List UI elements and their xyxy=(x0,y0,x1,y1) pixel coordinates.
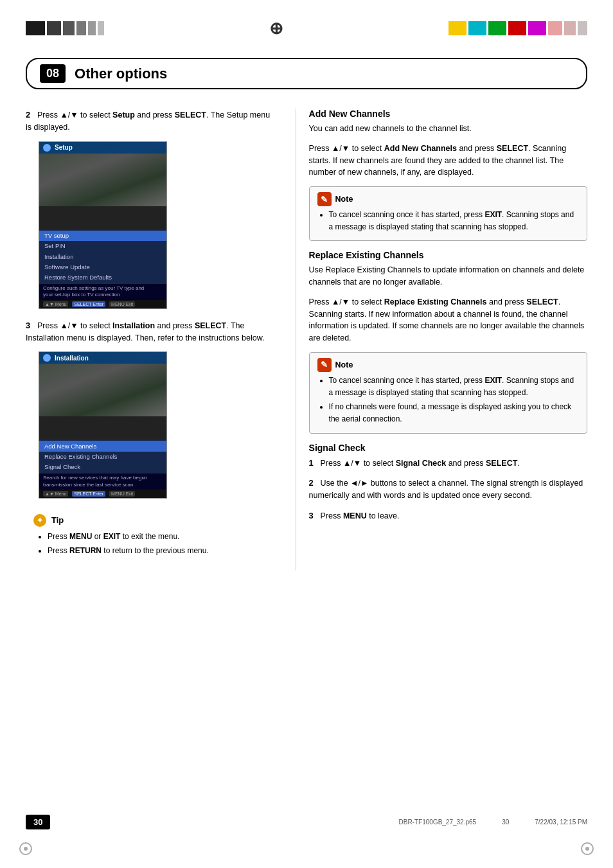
note-list-1: To cancel scanning once it has started, … xyxy=(317,209,579,233)
screenshot-install-status: Search for new services that may have be… xyxy=(39,474,166,490)
chapter-number: 08 xyxy=(40,64,66,83)
replace-existing-intro: Use Replace Existing Channels to update … xyxy=(309,264,587,288)
add-new-channels-heading: Add New Channels xyxy=(309,109,587,119)
screenshot-setup-nav: ▲▼ Menu SELECT Enter MENU Exit xyxy=(39,300,166,308)
reg-mark-right xyxy=(581,842,594,855)
signal-check-step1: 1 Press ▲/▼ to select Signal Check and p… xyxy=(309,457,587,470)
step-2-num: 2 xyxy=(26,110,35,120)
nav-select-btn: SELECT Enter xyxy=(72,301,105,307)
note-header-1: ✎ Note xyxy=(317,192,579,206)
step-2-mid: and press xyxy=(135,111,175,120)
tip-header: ✦ Tip xyxy=(33,514,269,527)
signal-step1-num: 1 xyxy=(309,458,318,468)
tip-label: Tip xyxy=(51,515,64,525)
menu-item-signalcheck: Signal Check xyxy=(39,462,166,472)
signal-check-step3: 3 Press MENU to leave. xyxy=(309,509,587,522)
column-divider xyxy=(296,109,296,571)
crosshair-center: ⊕ xyxy=(269,19,283,39)
footer-right-text: 7/22/03, 12:15 PM xyxy=(535,819,587,826)
step-3-para: 3 Press ▲/▼ to select Installation and p… xyxy=(26,319,276,344)
screenshot-install-nav: ▲▼ Menu SELECT Enter MENU Exit xyxy=(39,490,166,498)
screenshot-install-title-bar: Installation xyxy=(43,354,163,362)
bar-3 xyxy=(63,21,75,35)
note-list-2: To cancel scanning once it has started, … xyxy=(317,375,579,426)
menu-item-addchannels: Add New Channels xyxy=(39,441,166,451)
color-bar-right xyxy=(449,21,587,35)
footer-left-text: DBR-TF100GB_27_32.p65 xyxy=(399,819,477,826)
add-new-channels-intro: You can add new channels to the channel … xyxy=(309,123,587,135)
step-3-mid: and press xyxy=(155,321,195,330)
bar-1 xyxy=(26,21,45,35)
step-3-text: Press ▲/▼ to select xyxy=(37,321,112,330)
tip-list: Press MENU or EXIT to exit the menu. Pre… xyxy=(33,531,269,557)
replace-existing-heading: Replace Existing Channels xyxy=(309,250,587,260)
tip-item-2: Press RETURN to return to the previous m… xyxy=(48,545,269,557)
note-box-2: ✎ Note To cancel scanning once it has st… xyxy=(309,352,587,434)
bar-pink2 xyxy=(564,21,576,35)
nav-exit-btn: MENU Exit xyxy=(109,301,135,307)
bar-green xyxy=(488,21,506,35)
menu-item-software: Software Update xyxy=(39,261,166,272)
content-area: 2 Press ▲/▼ to select Setup and press SE… xyxy=(0,102,613,583)
color-bar-left xyxy=(26,21,104,35)
screenshot-install-title: Installation xyxy=(55,355,89,362)
install-nav-exit: MENU Exit xyxy=(109,491,135,497)
right-column: Add New Channels You can add new channel… xyxy=(303,109,587,571)
left-column: 2 Press ▲/▼ to select Setup and press SE… xyxy=(26,109,289,571)
step-2-para: 2 Press ▲/▼ to select Setup and press SE… xyxy=(26,109,276,134)
bar-pink3 xyxy=(578,21,587,35)
page-footer: 30 DBR-TF100GB_27_32.p65 30 7/22/03, 12:… xyxy=(26,815,587,829)
screenshot-setup-status: Configure such settings as your TV type … xyxy=(39,284,166,300)
menu-item-setpin: Set PIN xyxy=(39,241,166,251)
note-header-2: ✎ Note xyxy=(317,358,579,372)
bar-6 xyxy=(98,21,104,35)
note-item-1-1: To cancel scanning once it has started, … xyxy=(329,209,579,233)
step-3-bold-install: Installation xyxy=(112,321,155,330)
bar-red xyxy=(508,21,526,35)
signal-step2-num: 2 xyxy=(309,478,318,488)
setup-menu-icon xyxy=(43,144,51,152)
step-3-num: 3 xyxy=(26,321,35,330)
note-item-2-1: To cancel scanning once it has started, … xyxy=(329,375,579,399)
menu-item-replacechannels: Replace Existing Channels xyxy=(39,452,166,462)
note-icon-1: ✎ xyxy=(317,192,332,206)
chapter-heading: 08 Other options xyxy=(26,58,587,89)
screenshot-setup-menu-list: TV setup Set PIN Installation Software U… xyxy=(39,229,166,284)
note-icon-2: ✎ xyxy=(317,358,332,372)
menu-item-installation: Installation xyxy=(39,251,166,261)
screenshot-setup-overlay: Setup xyxy=(39,142,166,154)
screenshot-install-menu-list: Add New Channels Replace Existing Channe… xyxy=(39,439,166,474)
menu-item-restore: Restore System Defaults xyxy=(39,272,166,283)
step-2-bold-setup: Setup xyxy=(112,111,135,120)
install-nav-menu: ▲▼ Menu xyxy=(43,491,68,497)
step-2-bold-select: SELECT xyxy=(175,111,206,120)
note-label-1: Note xyxy=(335,195,353,204)
note-item-2-2: If no channels were found, a message is … xyxy=(329,401,579,425)
screenshot-setup-menu: Setup TV setup Set PIN Installation Soft… xyxy=(39,141,167,309)
bar-pink1 xyxy=(548,21,562,35)
tip-box: ✦ Tip Press MENU or EXIT to exit the men… xyxy=(26,509,276,564)
bar-5 xyxy=(88,21,96,35)
tip-icon: ✦ xyxy=(33,514,46,527)
bar-yellow xyxy=(449,21,466,35)
step-3-bold-select: SELECT xyxy=(195,321,226,330)
note-box-1: ✎ Note To cancel scanning once it has st… xyxy=(309,186,587,241)
screenshot-setup-title: Setup xyxy=(55,144,73,151)
signal-check-heading: Signal Check xyxy=(309,443,587,453)
bar-2 xyxy=(47,21,61,35)
screenshot-title-bar: Setup xyxy=(43,144,163,152)
menu-item-tvsetup: TV setup xyxy=(39,231,166,241)
signal-step3-num: 3 xyxy=(309,511,318,520)
note-label-2: Note xyxy=(335,360,353,369)
chapter-title: Other options xyxy=(75,66,167,82)
screenshot-install-overlay: Installation xyxy=(39,352,166,364)
bottom-registration xyxy=(0,842,613,855)
replace-existing-body: Press ▲/▼ to select Replace Existing Cha… xyxy=(309,296,587,344)
signal-check-step2: 2 Use the ◄/► buttons to select a channe… xyxy=(309,477,587,502)
bar-4 xyxy=(76,21,86,35)
reg-mark-left xyxy=(19,842,32,855)
install-menu-icon xyxy=(43,354,51,362)
install-nav-select: SELECT Enter xyxy=(72,491,105,497)
nav-menu-btn: ▲▼ Menu xyxy=(43,301,68,307)
bar-cyan xyxy=(468,21,486,35)
